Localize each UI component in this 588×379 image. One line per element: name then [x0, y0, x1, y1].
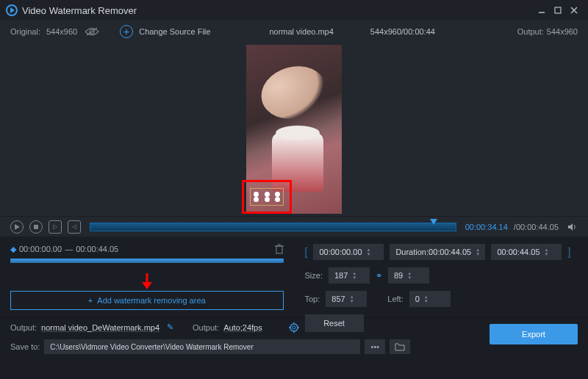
svg-marker-6: [15, 224, 20, 230]
playhead-icon[interactable]: [430, 219, 437, 225]
time-current: 00:00:34.14: [465, 223, 508, 231]
stop-button[interactable]: [29, 220, 43, 234]
progress-track[interactable]: [90, 223, 456, 231]
top-label: Top:: [305, 295, 320, 303]
export-button[interactable]: Export: [490, 324, 578, 344]
size-label: Size:: [305, 271, 323, 280]
time-total: /00:00:44.05: [514, 223, 559, 231]
segment-timeline[interactable]: [10, 259, 284, 263]
watermark-selection-annotation: [242, 180, 292, 214]
save-path-input[interactable]: C:\Users\Vidmore Video Converter\Video W…: [44, 339, 360, 354]
segment-marker-icon: ◆: [10, 245, 16, 254]
save-to-label: Save to:: [10, 342, 40, 351]
size-height-input[interactable]: 89▲▼: [388, 267, 429, 284]
svg-point-15: [293, 326, 295, 329]
aspect-link-icon[interactable]: ⚭: [376, 271, 382, 281]
output-filename[interactable]: normal video_DeWatermark.mp4: [41, 323, 159, 332]
resize-handle[interactable]: [275, 197, 280, 202]
resize-handle[interactable]: [254, 197, 259, 202]
edit-filename-icon[interactable]: ✎: [167, 322, 173, 332]
add-watermark-area-button[interactable]: + Add watermark removing area: [10, 291, 284, 310]
svg-rect-7: [34, 225, 38, 229]
svg-marker-13: [142, 282, 152, 289]
output-format-label: Output:: [193, 323, 219, 332]
original-resolution: 544x960: [46, 27, 77, 36]
size-width-input[interactable]: 187▲▼: [329, 267, 370, 284]
resize-handle[interactable]: [254, 192, 259, 197]
output-resolution: 544x960: [547, 27, 578, 36]
app-logo-icon: [6, 4, 18, 16]
step-forward-button[interactable]: ▷: [49, 220, 62, 234]
output-label: Output:: [517, 27, 544, 36]
controls-panel: [ 00:00:00.00▲▼ Duration:00:00:44.05▲▼ 0…: [295, 237, 589, 317]
step-down-icon[interactable]: ▼: [545, 252, 549, 256]
step-down-icon[interactable]: ▼: [352, 275, 356, 280]
step-down-icon[interactable]: ▼: [350, 299, 354, 303]
play-button[interactable]: [10, 220, 24, 234]
volume-icon[interactable]: [567, 222, 578, 232]
source-res-duration: 544x960/00:00:44: [370, 27, 435, 36]
clip-start-bracket-icon[interactable]: [: [305, 246, 308, 258]
file-info-bar: Original: 544x960 + Change Source File n…: [0, 21, 588, 43]
svg-marker-8: [568, 223, 573, 231]
output-format-value[interactable]: Auto;24fps: [223, 323, 262, 332]
original-label: Original:: [10, 27, 40, 36]
output-file-label: Output:: [10, 323, 37, 332]
output-settings-icon[interactable]: [289, 322, 299, 333]
plus-icon: +: [88, 296, 93, 305]
svg-point-14: [290, 324, 298, 331]
segment-item[interactable]: ◆ 00:00:00.00 — 00:00:44.05: [10, 244, 284, 254]
step-down-icon[interactable]: ▼: [476, 252, 480, 256]
segments-panel: ◆ 00:00:00.00 — 00:00:44.05 + Add waterm…: [0, 237, 295, 317]
close-button[interactable]: [566, 2, 582, 18]
duration-input[interactable]: Duration:00:00:44.05▲▼: [390, 244, 485, 260]
more-options-button[interactable]: •••: [365, 339, 385, 354]
reset-button[interactable]: Reset: [305, 314, 364, 332]
segment-end: 00:00:44.05: [76, 245, 118, 253]
watermark-selection-box[interactable]: [250, 188, 284, 206]
step-back-button[interactable]: ◁: [68, 220, 81, 234]
clip-start-input[interactable]: 00:00:00.00▲▼: [313, 244, 384, 260]
resize-handle[interactable]: [265, 192, 270, 197]
open-folder-button[interactable]: [390, 339, 410, 354]
step-down-icon[interactable]: ▼: [424, 299, 429, 303]
svg-rect-1: [555, 7, 561, 13]
video-preview-area[interactable]: [0, 43, 588, 216]
resize-handle[interactable]: [275, 192, 280, 197]
segment-start: 00:00:00.00: [19, 245, 62, 253]
resize-handle[interactable]: [265, 197, 270, 202]
title-bar: Video Watermark Remover: [0, 0, 588, 21]
left-label: Left:: [387, 295, 403, 303]
left-input[interactable]: 0▲▼: [409, 291, 451, 307]
change-source-button[interactable]: + Change Source File: [120, 25, 210, 38]
clip-end-bracket-icon[interactable]: ]: [567, 246, 570, 258]
add-watermark-label: Add watermark removing area: [97, 296, 205, 305]
step-down-icon[interactable]: ▼: [407, 275, 412, 280]
plus-circle-icon: +: [120, 25, 133, 38]
minimize-button[interactable]: [534, 2, 550, 18]
clip-end-input[interactable]: 00:00:44.05▲▼: [491, 244, 562, 260]
playback-bar: ▷ ◁ 00:00:34.14 /00:00:44.05: [0, 216, 588, 237]
maximize-button[interactable]: [550, 2, 566, 18]
annotation-arrow-icon: [140, 273, 154, 291]
top-input[interactable]: 857▲▼: [326, 291, 367, 307]
segment-sep: —: [65, 245, 73, 253]
toggle-preview-icon[interactable]: [85, 26, 99, 37]
change-source-label: Change Source File: [139, 27, 210, 36]
app-title: Video Watermark Remover: [22, 5, 534, 16]
svg-rect-9: [276, 246, 282, 253]
step-down-icon[interactable]: ▼: [367, 252, 371, 256]
delete-segment-icon[interactable]: [275, 244, 284, 254]
source-filename: normal video.mp4: [269, 27, 333, 36]
